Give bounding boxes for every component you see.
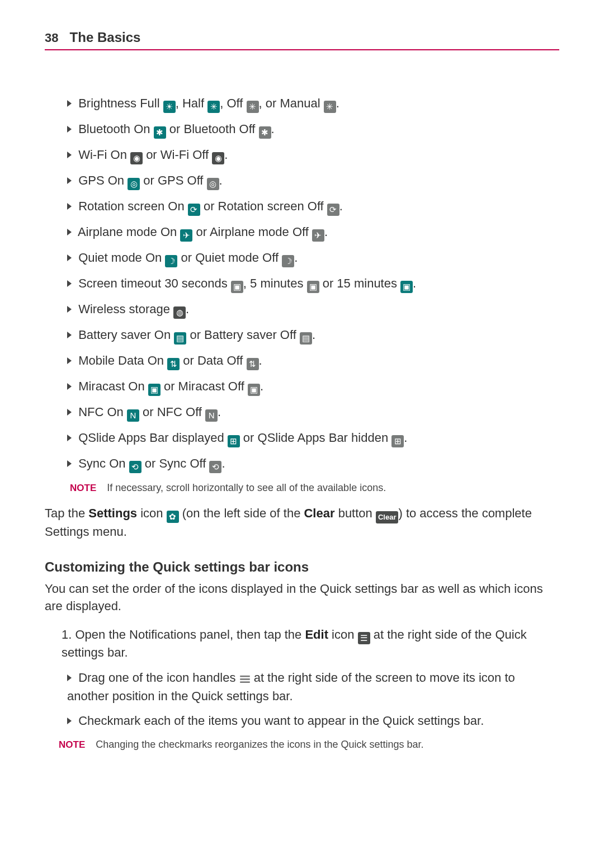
rotation-off-icon: ⟳ bbox=[327, 204, 339, 216]
bullet-triangle-icon bbox=[67, 409, 72, 416]
battery-saver-on-icon: ▤ bbox=[174, 332, 186, 345]
bullet-triangle-icon bbox=[67, 152, 72, 158]
nfc-on-icon: N bbox=[127, 409, 139, 422]
note-scroll: NOTE If necessary, scroll horizontally t… bbox=[70, 481, 559, 495]
settings-paragraph: Tap the Settings icon ✿ (on the left sid… bbox=[45, 505, 559, 541]
note-reorganize: NOTE Changing the checkmarks reorganizes… bbox=[59, 738, 559, 752]
item-miracast: Miracast On ▣ or Miracast Off ▣. bbox=[67, 378, 559, 396]
bullet-triangle-icon bbox=[67, 177, 72, 184]
note-text: Changing the checkmarks reorganizes the … bbox=[96, 739, 423, 750]
item-gps: GPS On ◎ or GPS Off ◎. bbox=[67, 172, 559, 190]
item-nfc: NFC On N or NFC Off N. bbox=[67, 404, 559, 422]
bullet-triangle-icon bbox=[67, 280, 72, 287]
bullet-triangle-icon bbox=[67, 100, 72, 107]
bullet-triangle-icon bbox=[67, 203, 72, 210]
bluetooth-off-icon: ✱ bbox=[259, 126, 271, 139]
bullet-triangle-icon bbox=[67, 126, 72, 133]
item-timeout: Screen timeout 30 seconds ▣, 5 minutes ▣… bbox=[67, 275, 559, 293]
substep-checkmark: Checkmark each of the items you want to … bbox=[67, 713, 559, 730]
section-intro: You can set the order of the icons displ… bbox=[45, 581, 559, 615]
brightness-half-icon: ✳ bbox=[207, 101, 220, 113]
note-text: If necessary, scroll horizontally to see… bbox=[107, 482, 386, 493]
bullet-triangle-icon bbox=[67, 357, 72, 364]
item-bluetooth: Bluetooth On ✱ or Bluetooth Off ✱. bbox=[67, 121, 559, 139]
section-title-customizing: Customizing the Quick settings bar icons bbox=[45, 558, 559, 577]
note-label: NOTE bbox=[59, 739, 85, 750]
item-wireless-storage: Wireless storage ◍. bbox=[67, 301, 559, 319]
bullet-triangle-icon bbox=[67, 460, 72, 467]
clear-button-icon: Clear bbox=[376, 511, 399, 523]
substep-drag: Drag one of the icon handles at the righ… bbox=[67, 669, 559, 705]
quiet-off-icon: ☽ bbox=[282, 255, 294, 267]
svg-rect-1 bbox=[240, 678, 250, 680]
miracast-off-icon: ▣ bbox=[248, 384, 260, 396]
item-rotation: Rotation screen On ⟳ or Rotation screen … bbox=[67, 198, 559, 216]
drag-handle-icon bbox=[239, 671, 251, 688]
airplane-on-icon: ✈ bbox=[180, 229, 192, 242]
nfc-off-icon: N bbox=[205, 409, 218, 422]
timeout-30s-icon: ▣ bbox=[231, 281, 243, 293]
timeout-5m-icon: ▣ bbox=[307, 281, 319, 293]
mobile-data-off-icon: ⇅ bbox=[247, 358, 259, 370]
bullet-triangle-icon bbox=[67, 718, 72, 724]
page-number: 38 bbox=[45, 31, 58, 45]
qslide-shown-icon: ⊞ bbox=[228, 435, 240, 447]
step-1: 1. Open the Notifications panel, then ta… bbox=[62, 626, 559, 662]
item-mobile-data: Mobile Data On ⇅ or Data Off ⇅. bbox=[67, 352, 559, 370]
bluetooth-on-icon: ✱ bbox=[154, 126, 166, 139]
item-wifi: Wi-Fi On ◉ or Wi-Fi Off ◉. bbox=[67, 147, 559, 164]
step-1-sublist: Drag one of the icon handles at the righ… bbox=[67, 669, 559, 730]
gps-on-icon: ◎ bbox=[128, 178, 140, 190]
bullet-triangle-icon bbox=[67, 306, 72, 313]
wifi-on-icon: ◉ bbox=[130, 152, 143, 164]
miracast-on-icon: ▣ bbox=[148, 384, 161, 396]
bullet-triangle-icon bbox=[67, 229, 72, 235]
battery-saver-off-icon: ▤ bbox=[300, 332, 312, 345]
gps-off-icon: ◎ bbox=[207, 178, 219, 190]
brightness-manual-icon: ✳ bbox=[324, 101, 336, 113]
item-brightness: Brightness Full ☀, Half ✳, Off ✳, or Man… bbox=[67, 95, 559, 113]
page-header: 38 The Basics bbox=[45, 28, 559, 50]
brightness-off-icon: ✳ bbox=[247, 101, 259, 113]
airplane-off-icon: ✈ bbox=[312, 229, 324, 242]
brightness-full-icon: ☀ bbox=[163, 101, 176, 113]
item-qslide: QSlide Apps Bar displayed ⊞ or QSlide Ap… bbox=[67, 430, 559, 447]
svg-rect-0 bbox=[240, 676, 250, 677]
bullet-triangle-icon bbox=[67, 332, 72, 338]
bullet-triangle-icon bbox=[67, 383, 72, 390]
bullet-triangle-icon bbox=[67, 254, 72, 261]
qslide-hidden-icon: ⊞ bbox=[391, 435, 404, 447]
edit-icon: ☰ bbox=[358, 632, 370, 644]
quiet-on-icon: ☽ bbox=[165, 255, 177, 267]
item-battery: Battery saver On ▤ or Battery saver Off … bbox=[67, 327, 559, 345]
timeout-15m-icon: ▣ bbox=[400, 281, 413, 293]
sync-off-icon: ⟲ bbox=[209, 461, 221, 473]
chapter-title: The Basics bbox=[70, 30, 141, 45]
item-quiet: Quiet mode On ☽ or Quiet mode Off ☽. bbox=[67, 249, 559, 267]
sync-on-icon: ⟲ bbox=[129, 461, 141, 473]
note-label: NOTE bbox=[70, 483, 96, 493]
bullet-triangle-icon bbox=[67, 674, 72, 681]
svg-rect-2 bbox=[240, 681, 250, 683]
rotation-on-icon: ⟳ bbox=[188, 204, 200, 216]
item-airplane: Airplane mode On ✈ or Airplane mode Off … bbox=[67, 224, 559, 242]
wireless-storage-icon: ◍ bbox=[173, 306, 186, 319]
mobile-data-on-icon: ⇅ bbox=[167, 358, 180, 370]
item-sync: Sync On ⟲ or Sync Off ⟲. bbox=[67, 455, 559, 473]
wifi-off-icon: ◉ bbox=[212, 152, 224, 164]
quick-settings-list: Brightness Full ☀, Half ✳, Off ✳, or Man… bbox=[67, 95, 559, 473]
bullet-triangle-icon bbox=[67, 435, 72, 441]
settings-icon: ✿ bbox=[167, 511, 179, 523]
